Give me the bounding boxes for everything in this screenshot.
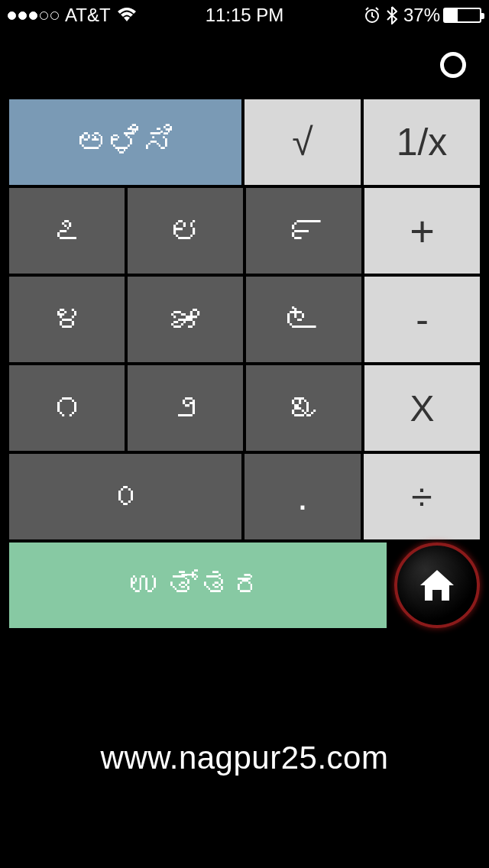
status-bar: AT&T 11:15 PM 37% xyxy=(0,0,489,31)
display-indicator-icon xyxy=(440,52,466,78)
home-icon xyxy=(416,564,458,607)
decimal-button[interactable]: . xyxy=(244,454,361,539)
home-button[interactable] xyxy=(394,542,480,628)
digit-9-button[interactable]: ೯ xyxy=(246,188,361,274)
calculator-display xyxy=(0,31,489,99)
minus-button[interactable]: - xyxy=(364,277,480,362)
digit-4-button[interactable]: ೪ xyxy=(9,277,125,362)
digit-2-button[interactable]: ೨ xyxy=(128,365,243,451)
footer-url-label: www.nagpur25.com xyxy=(0,740,489,776)
wifi-icon xyxy=(117,8,137,23)
reciprocal-button[interactable]: 1/x xyxy=(364,99,480,185)
digit-5-button[interactable]: ೫ xyxy=(128,277,243,362)
battery-pct-label: 37% xyxy=(403,5,440,26)
equals-button[interactable]: ಉತ್ತರ xyxy=(9,542,387,628)
battery-icon xyxy=(443,8,481,23)
digit-0-button[interactable]: ೦ xyxy=(9,454,241,539)
digit-6-button[interactable]: ೬ xyxy=(246,277,361,362)
status-left: AT&T xyxy=(8,5,137,26)
battery-indicator: 37% xyxy=(403,5,481,26)
digit-3-button[interactable]: ೩ xyxy=(246,365,361,451)
clear-button[interactable]: ಅಳಿಸಿ xyxy=(9,99,241,185)
clock-label: 11:15 PM xyxy=(206,5,284,26)
carrier-label: AT&T xyxy=(65,5,111,26)
digit-7-button[interactable]: ೭ xyxy=(9,188,125,274)
signal-strength-icon xyxy=(8,11,59,20)
keypad: ಅಳಿಸಿ √ 1/x ೭ ೮ ೯ + ೪ ೫ ೬ - ೧ ೨ ೩ X ೦ . … xyxy=(0,99,489,628)
sqrt-button[interactable]: √ xyxy=(244,99,361,185)
status-right: 37% xyxy=(364,5,481,26)
digit-1-button[interactable]: ೧ xyxy=(9,365,125,451)
bluetooth-icon xyxy=(387,6,397,24)
plus-button[interactable]: + xyxy=(364,188,480,274)
alarm-icon xyxy=(364,7,381,24)
divide-button[interactable]: ÷ xyxy=(364,454,480,539)
digit-8-button[interactable]: ೮ xyxy=(128,188,243,274)
multiply-button[interactable]: X xyxy=(364,365,480,451)
